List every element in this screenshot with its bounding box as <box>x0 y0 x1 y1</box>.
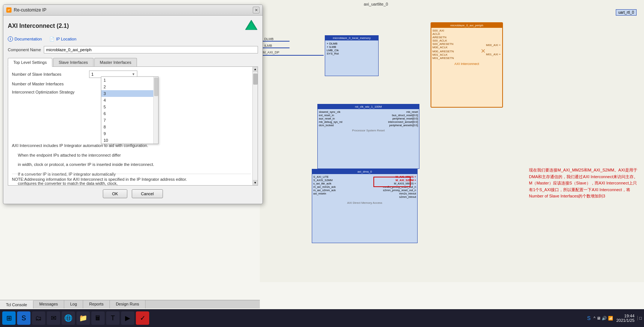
ext-reset-port: ext_reset_in <box>319 114 342 117</box>
m-axi-mm2s-ack-port: m_axi_mm2s_ack <box>313 185 336 189</box>
taskbar-icon-2[interactable]: 🗂 <box>32 311 45 325</box>
tcl-console-tab[interactable]: Tcl Console <box>0 300 33 308</box>
dialog-header-row: AXI Interconnect (2.1) <box>8 19 258 33</box>
tab-master-interfaces[interactable]: Master Interfaces <box>94 58 137 66</box>
dlmb-port: + DLMB <box>327 42 377 45</box>
dialog-footer: OK Cancel <box>8 186 258 200</box>
scroll-thumb <box>253 73 258 85</box>
current-date: 2021/1/25 <box>616 318 634 323</box>
red-highlight-box <box>373 177 411 187</box>
rst-clk-title: rst_clk_wiz_1_100M <box>318 104 419 109</box>
ok-button[interactable]: OK <box>103 189 127 198</box>
dropdown-item-6[interactable]: 6 <box>101 110 158 117</box>
lmb-ck-port: LMB_Clk <box>327 49 377 52</box>
dropdown-item-9[interactable]: 9 <box>101 130 158 137</box>
messages-tab[interactable]: Messages <box>33 300 64 308</box>
m01-aresetn-port: M01_ARESETN <box>432 56 501 60</box>
info-icon: i <box>8 36 13 42</box>
dcm-port: dcm_locked <box>319 124 342 127</box>
wire-maxi <box>260 55 324 56</box>
dropdown-scroll-thumb <box>154 78 158 96</box>
taskbar-icon-1[interactable]: S <box>17 311 30 325</box>
annotation-box: 现在我们要连接M_AXI_MM2S和M_AXI_S2MM。AXI是用于DMA和主… <box>529 167 640 200</box>
scroll-down-btn[interactable]: ▼ <box>253 180 258 185</box>
rst-clk-block: rst_clk_wiz_1_100M slowest_sync_clk ext_… <box>317 104 419 169</box>
axi-dma-footer-label: AXI Direct Memory Access <box>312 201 417 205</box>
ilmb-label: ILMB <box>264 44 272 48</box>
s-axi-lite-aclk-port: s_axi_lite_aclk <box>313 182 336 185</box>
dialog-body: AXI Interconnect (2.1) i Documentation 📄… <box>3 16 262 204</box>
taskbar-icons-sys: ^ 🖥 🔊 📶 <box>594 316 613 321</box>
taskbar-sougou: S <box>587 315 591 321</box>
dropdown-scrollbar[interactable] <box>153 77 158 144</box>
slave-interfaces-value: 1 <box>91 72 94 76</box>
documentation-link[interactable]: i Documentation <box>8 36 42 42</box>
dropdown-item-10[interactable]: 10 <box>101 137 158 144</box>
taskbar-icon-4[interactable]: 🌐 <box>62 311 75 325</box>
tab-top-level[interactable]: Top Level Settings <box>8 58 52 67</box>
note-text: NOTE:Addressing information for AXI Inte… <box>12 174 251 182</box>
slave-interfaces-label: Number of Slave Interfaces <box>12 72 86 76</box>
close-button[interactable]: ✕ <box>253 7 259 13</box>
dropdown-item-4[interactable]: 4 <box>101 97 158 104</box>
dropdown-item-2[interactable]: 2 <box>101 84 158 90</box>
dialog-icon: IP <box>6 7 12 13</box>
ip-location-link[interactable]: 📄 IP Location <box>49 37 76 42</box>
interconnect-areset-port: interconnect_areset[0:0] <box>388 120 418 124</box>
reports-tab[interactable]: Reports <box>83 300 110 308</box>
component-name-input[interactable] <box>44 46 258 53</box>
axi-resetn-port: axi_resetn <box>313 192 336 195</box>
local-memory-block: microblaze_0_local_memory + DLMB + ILMB … <box>325 35 379 76</box>
axi-interconnect-label: AXI Interconnect <box>431 62 502 66</box>
windows-button[interactable]: ⊞ <box>2 311 16 325</box>
m-axi-s2mm-ack-port: m_axi_s2mm_ack <box>313 189 336 192</box>
taskbar-icon-8[interactable]: ▶ <box>121 311 134 325</box>
design-runs-tab[interactable]: Design Runs <box>110 300 146 308</box>
dropdown-item-5[interactable]: 5 <box>101 104 158 110</box>
documentation-label: Documentation <box>14 37 42 41</box>
vivado-logo <box>245 19 258 33</box>
dialog-title: Re-customize IP <box>14 7 46 13</box>
cancel-button[interactable]: Cancel <box>132 189 163 198</box>
dropdown-item-1[interactable]: 1 <box>101 77 158 84</box>
uart-label: uart_rtl_0 <box>618 10 634 14</box>
peripheral-aresetn-port: peripheral_aresetn[0:0] <box>388 124 418 127</box>
peripheral-reset-port: peripheral_reset[0:0] <box>388 117 418 120</box>
tab-slave-interfaces[interactable]: Slave Interfaces <box>53 58 94 66</box>
block-diagram: axi_uartlite_0 DLMB ILMB M_AXI_DP microb… <box>260 0 644 282</box>
tab-content: ▲ ▼ Number of Slave Interfaces 1 ▼ Numbe… <box>8 67 258 186</box>
dropdown-list[interactable]: 1 2 3 4 5 6 7 8 9 10 <box>101 76 158 144</box>
s2mm-introut-port: s2mm_introut <box>383 195 416 199</box>
mm2s-introut-port: mm2s_introut <box>383 192 416 195</box>
dialog-titlebar: IP Re-customize IP ✕ <box>3 5 262 16</box>
log-tab[interactable]: Log <box>64 300 83 308</box>
annotation-text: 现在我们要连接M_AXI_MM2S和M_AXI_S2MM。AXI是用于DMA和主… <box>529 167 640 200</box>
taskbar-icon-9[interactable]: ✓ <box>136 311 149 325</box>
m01-axi-right: M01_AXI + <box>486 53 501 56</box>
processor-system-reset-label: Processor System Reset <box>318 129 419 132</box>
desc-line-2: in width, clock or protocol, a converter… <box>18 161 247 168</box>
crossbar-icon: ✕ <box>478 43 487 58</box>
bottom-tabs: Tcl Console Messages Log Reports Design … <box>0 300 260 308</box>
component-name-label: Component Name <box>8 48 41 52</box>
ip-location-label: IP Location <box>56 37 76 41</box>
dropdown-item-3[interactable]: 3 <box>101 90 158 97</box>
axi-interconnect-block: microblaze_0_axi_periph S00_AXI ACLK ARE… <box>431 22 503 108</box>
tab-scrollbar[interactable]: ▲ ▼ <box>252 67 258 185</box>
s00-aclk-port: S00_ACLK <box>432 39 501 42</box>
show-desktop-btn[interactable]: □ <box>637 316 642 320</box>
scroll-up-btn[interactable]: ▲ <box>253 67 258 72</box>
taskbar-right: S ^ 🖥 🔊 📶 19:44 2021/1/25 □ <box>587 314 642 323</box>
taskbar-icon-5[interactable]: 📁 <box>76 311 90 325</box>
dropdown-item-8[interactable]: 8 <box>101 124 158 130</box>
s-axis-s2mm-port: S_AXIS_S2MM <box>313 179 336 182</box>
axi-dma-title: axi_dma_0 <box>312 169 417 174</box>
master-interfaces-label: Number of Master Interfaces <box>12 82 86 86</box>
file-icon: 📄 <box>49 37 55 42</box>
dropdown-item-7[interactable]: 7 <box>101 117 158 124</box>
taskbar-icon-6[interactable]: 🖩 <box>91 311 105 325</box>
s-axi-lite-port: S_AXI_LITE <box>313 175 336 179</box>
taskbar-icon-7[interactable]: T <box>106 311 120 325</box>
wire-dlmb <box>260 41 290 42</box>
taskbar-icon-3[interactable]: ✉ <box>47 311 60 325</box>
